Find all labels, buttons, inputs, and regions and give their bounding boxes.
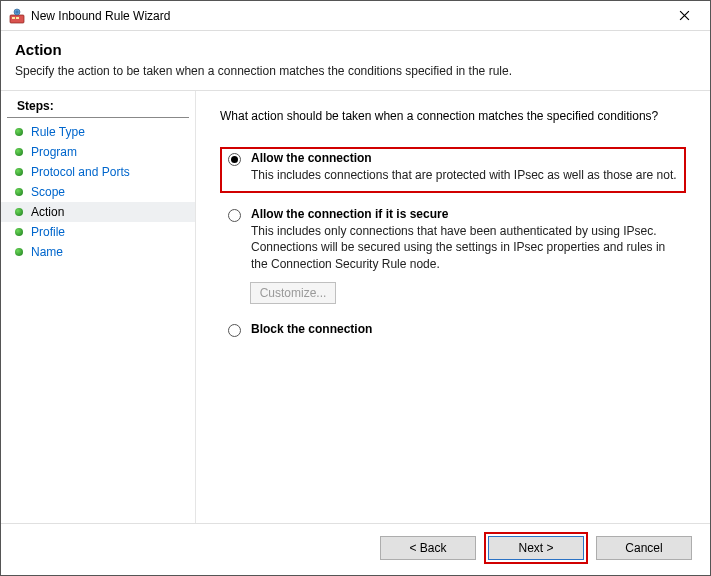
svg-rect-1 [12, 17, 15, 19]
option-allow-if-secure[interactable]: Allow the connection if it is secure Thi… [220, 203, 686, 276]
step-rule-type[interactable]: Rule Type [1, 122, 195, 142]
step-name[interactable]: Name [1, 242, 195, 262]
step-action[interactable]: Action [1, 202, 195, 222]
steps-title: Steps: [7, 97, 189, 118]
step-label: Profile [31, 225, 65, 239]
bullet-icon [15, 168, 23, 176]
step-label: Program [31, 145, 77, 159]
option-title: Block the connection [251, 322, 680, 336]
step-label: Action [31, 205, 64, 219]
customize-button: Customize... [250, 282, 336, 304]
next-button-highlight: Next > [484, 532, 588, 564]
option-description: This includes connections that are prote… [251, 167, 680, 183]
question-text: What action should be taken when a conne… [220, 109, 686, 123]
bullet-icon [15, 148, 23, 156]
title-bar: New Inbound Rule Wizard [1, 1, 710, 31]
window-title: New Inbound Rule Wizard [31, 9, 664, 23]
close-icon [679, 10, 690, 21]
option-body: Block the connection [251, 322, 680, 338]
step-profile[interactable]: Profile [1, 222, 195, 242]
step-label: Name [31, 245, 63, 259]
page-title: Action [15, 41, 696, 58]
radio-block[interactable] [228, 324, 241, 337]
bullet-icon [15, 188, 23, 196]
close-button[interactable] [664, 2, 704, 30]
page-description: Specify the action to be taken when a co… [15, 64, 696, 78]
step-scope[interactable]: Scope [1, 182, 195, 202]
option-body: Allow the connection This includes conne… [251, 151, 680, 183]
option-title: Allow the connection if it is secure [251, 207, 680, 221]
option-title: Allow the connection [251, 151, 680, 165]
step-label: Protocol and Ports [31, 165, 130, 179]
wizard-footer: < Back Next > Cancel [1, 523, 710, 571]
radio-allow[interactable] [228, 153, 241, 166]
next-button[interactable]: Next > [488, 536, 584, 560]
app-icon [9, 8, 25, 24]
bullet-icon [15, 248, 23, 256]
step-label: Scope [31, 185, 65, 199]
wizard-content: What action should be taken when a conne… [196, 91, 710, 523]
steps-sidebar: Steps: Rule Type Program Protocol and Po… [1, 91, 196, 523]
step-program[interactable]: Program [1, 142, 195, 162]
step-label: Rule Type [31, 125, 85, 139]
cancel-button[interactable]: Cancel [596, 536, 692, 560]
step-protocol-and-ports[interactable]: Protocol and Ports [1, 162, 195, 182]
option-block-connection[interactable]: Block the connection [220, 318, 686, 342]
option-description: This includes only connections that have… [251, 223, 680, 272]
back-button[interactable]: < Back [380, 536, 476, 560]
bullet-icon [15, 128, 23, 136]
wizard-body: Steps: Rule Type Program Protocol and Po… [1, 91, 710, 523]
option-body: Allow the connection if it is secure Thi… [251, 207, 680, 272]
bullet-icon [15, 208, 23, 216]
option-allow-connection[interactable]: Allow the connection This includes conne… [220, 147, 686, 193]
radio-allow-secure[interactable] [228, 209, 241, 222]
wizard-header: Action Specify the action to be taken wh… [1, 31, 710, 90]
svg-rect-2 [16, 17, 19, 19]
bullet-icon [15, 228, 23, 236]
steps-list: Rule Type Program Protocol and Ports Sco… [1, 122, 195, 262]
